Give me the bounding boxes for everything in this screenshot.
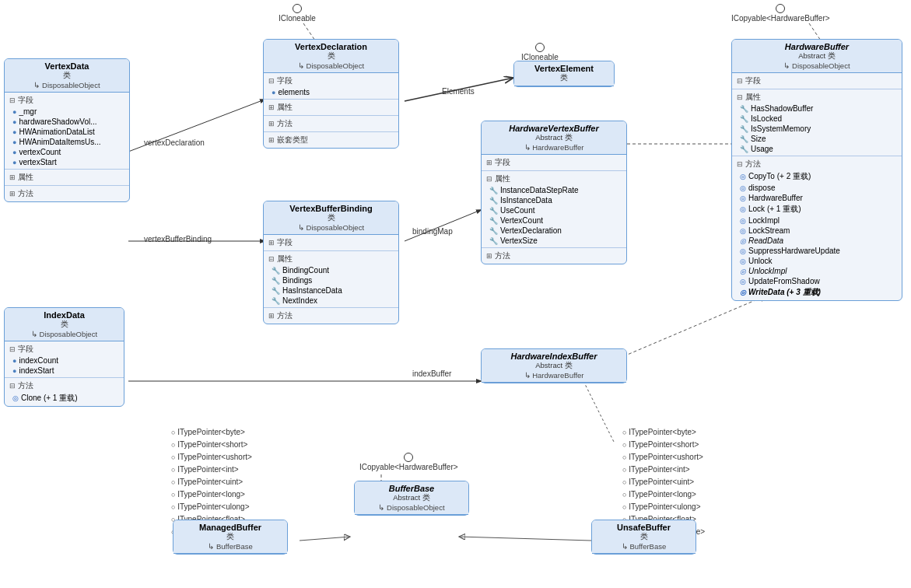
list-item: ◎UpdateFromShadow bbox=[737, 276, 897, 286]
interface-icopyable: ICopyable<HardwareBuffer> bbox=[731, 4, 830, 23]
label-vertexbufferbinding: vertexBufferBinding bbox=[144, 235, 212, 243]
box-hardwarebuffer-header: HardwareBuffer Abstract 类 ↳ DisposableOb… bbox=[732, 40, 902, 73]
list-item: ●indexStart bbox=[9, 366, 119, 376]
box-vertexdeclaration-header: VertexDeclaration 类 ↳ DisposableObject bbox=[264, 40, 398, 73]
label-bindingmap: bindingMap bbox=[412, 227, 453, 236]
list-item: 🔧NextIndex bbox=[268, 296, 394, 306]
box-bufferbase: BufferBase Abstract 类 ↳ DisposableObject bbox=[354, 481, 469, 516]
svg-line-3 bbox=[405, 210, 481, 241]
svg-line-11 bbox=[300, 537, 350, 541]
list-item: 🔧VertexSize bbox=[486, 236, 622, 246]
list-item: ◎LockStream bbox=[737, 226, 897, 236]
list-item: 🔧Size bbox=[737, 134, 897, 144]
list-item: ●HWAnimDataItemsUs... bbox=[9, 137, 124, 147]
box-hardwarebuffer: HardwareBuffer Abstract 类 ↳ DisposableOb… bbox=[731, 39, 902, 301]
svg-line-13 bbox=[583, 381, 615, 443]
section-methods: ⊞ 方法 bbox=[5, 186, 129, 201]
box-vertexelement: VertexElement 类 bbox=[513, 61, 615, 87]
interface-icloneable2: ICloneable bbox=[521, 43, 559, 61]
list-item: 🔧HasInstanceData bbox=[268, 285, 394, 296]
list-item: ◎Unlock bbox=[737, 256, 897, 266]
list-item: 🔧IsLocked bbox=[737, 114, 897, 124]
box-hardwarevertexbuffer: HardwareVertexBuffer Abstract 类 ↳ Hardwa… bbox=[481, 121, 627, 264]
box-vertexdata-header: VertexData 类 ↳ DisposableObject bbox=[5, 59, 129, 93]
list-item: ◎CopyTo (+ 2 重载) bbox=[737, 170, 897, 183]
list-item: ●vertexStart bbox=[9, 157, 124, 167]
box-indexdata-header: IndexData 类 ↳ DisposableObject bbox=[5, 308, 124, 341]
list-item: 🔧Bindings bbox=[268, 275, 394, 285]
box-vertexdata: VertexData 类 ↳ DisposableObject ⊟ 字段 ●_m… bbox=[4, 58, 130, 202]
label-indexbuffer: indexBuffer bbox=[412, 369, 451, 378]
list-item: 🔧IsSystemMemory bbox=[737, 124, 897, 134]
list-item: 🔧UseCount bbox=[486, 205, 622, 215]
label-elements: Elements bbox=[442, 87, 475, 96]
box-managedbuffer: ManagedBuffer 类 ↳ BufferBase bbox=[173, 520, 288, 555]
list-item: 🔧IsInstanceData bbox=[486, 195, 622, 205]
list-item: 🔧HasShadowBuffer bbox=[737, 103, 897, 114]
list-item: ◎SuppressHardwareUpdate bbox=[737, 246, 897, 256]
box-indexdata: IndexData 类 ↳ DisposableObject ⊟ 字段 ●ind… bbox=[4, 307, 124, 407]
svg-line-12 bbox=[459, 537, 591, 541]
list-item: 🔧VertexDeclaration bbox=[486, 226, 622, 236]
list-item: 🔧VertexCount bbox=[486, 215, 622, 226]
box-bufferbase-header: BufferBase Abstract 类 ↳ DisposableObject bbox=[355, 481, 468, 515]
svg-line-5 bbox=[303, 23, 315, 40]
box-vertexbufferbinding-header: VertexBufferBinding 类 ↳ DisposableObject bbox=[264, 201, 398, 235]
list-item: ●HWAnimationDataList bbox=[9, 127, 124, 137]
list-item: ◎ReadData bbox=[737, 236, 897, 246]
list-item: ●vertexCount bbox=[9, 147, 124, 157]
list-item: ●elements bbox=[268, 87, 394, 97]
list-item: ●hardwareShadowVol... bbox=[9, 117, 124, 127]
list-item: 🔧BindingCount bbox=[268, 265, 394, 275]
box-hardwareindexbuffer-header: HardwareIndexBuffer Abstract 类 ↳ Hardwar… bbox=[482, 349, 626, 383]
list-item: ◎WriteData (+ 3 重载) bbox=[737, 286, 897, 299]
list-item: 🔧InstanceDataStepRate bbox=[486, 185, 622, 195]
interface-icloneable3: ICopyable<HardwareBuffer> bbox=[359, 453, 458, 471]
diagram-container: ICloneable ICloneable ICopyable<Hardware… bbox=[0, 0, 911, 588]
list-item: ◎Lock (+ 1 重载) bbox=[737, 203, 897, 215]
list-item: ◎LockImpl bbox=[737, 215, 897, 226]
box-vertexelement-header: VertexElement 类 bbox=[514, 61, 614, 86]
label-vertexdeclaration: vertexDeclaration bbox=[144, 138, 205, 147]
list-item: 🔧Usage bbox=[737, 144, 897, 154]
box-unsafebuffer-header: UnsafeBuffer 类 ↳ BufferBase bbox=[592, 520, 696, 554]
list-item: ◎dispose bbox=[737, 183, 897, 193]
list-item: ◎UnlockImpl bbox=[737, 266, 897, 276]
box-unsafebuffer: UnsafeBuffer 类 ↳ BufferBase bbox=[591, 520, 696, 555]
list-item: ◎HardwareBuffer bbox=[737, 193, 897, 203]
box-vertexbufferbinding: VertexBufferBinding 类 ↳ DisposableObject… bbox=[263, 201, 399, 324]
box-hardwareindexbuffer: HardwareIndexBuffer Abstract 类 ↳ Hardwar… bbox=[481, 348, 627, 383]
interface-icloneable1: ICloneable bbox=[279, 4, 316, 23]
section-fields: ⊟ 字段 ●elements bbox=[264, 73, 398, 100]
box-managedbuffer-header: ManagedBuffer 类 ↳ BufferBase bbox=[173, 520, 287, 554]
section-fields: ⊟ 字段 ●_mgr ●hardwareShadowVol... ●HWAnim… bbox=[5, 93, 129, 170]
list-item: ◎Clone (+ 1 重载) bbox=[9, 392, 119, 404]
box-vertexdeclaration: VertexDeclaration 类 ↳ DisposableObject ⊟… bbox=[263, 39, 399, 149]
box-hardwarevertexbuffer-header: HardwareVertexBuffer Abstract 类 ↳ Hardwa… bbox=[482, 121, 626, 155]
list-item: ●indexCount bbox=[9, 355, 119, 366]
svg-line-7 bbox=[809, 23, 821, 40]
section-props: ⊞ 属性 bbox=[5, 170, 129, 186]
list-item: ●_mgr bbox=[9, 107, 124, 117]
